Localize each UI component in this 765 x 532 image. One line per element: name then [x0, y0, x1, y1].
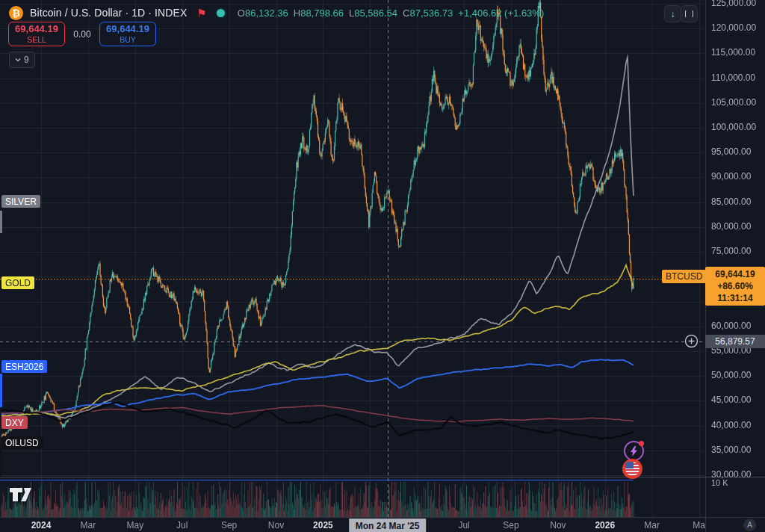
series-tag-btcusd[interactable]: BTCUSD	[662, 270, 706, 283]
sell-label: SELL	[27, 35, 46, 44]
auto-scale-button[interactable]: A	[743, 519, 756, 531]
time-scale-label: May	[126, 520, 143, 531]
us-economic-events-button[interactable]	[622, 459, 642, 479]
time-scale-label: Mar	[644, 520, 660, 531]
price-scale-label: 75,000.00	[711, 246, 751, 256]
time-scale-label: Nov	[550, 520, 566, 531]
us-flag-icon	[625, 462, 639, 476]
series-tag-oilusd[interactable]: OILUSD	[1, 436, 43, 449]
high-value: 88,798.66	[300, 7, 344, 19]
symbol-header: ₿ Bitcoin / U.S. Dollar · 1D · INDEX ⚑ O…	[9, 4, 544, 21]
spark-events-button[interactable]	[624, 441, 644, 461]
tradingview-logo[interactable]	[9, 487, 33, 502]
badge-count: 9	[24, 55, 29, 65]
time-scale-label: Nov	[268, 520, 284, 531]
price-scale-label: 85,000.00	[711, 197, 751, 207]
price-scale-label: 45,000.00	[711, 395, 751, 405]
close-value: 87,536.73	[409, 7, 453, 19]
price-scale-label: 50,000.00	[711, 370, 751, 380]
flag-icon[interactable]: ⚑	[196, 7, 206, 19]
price-scale-label: 35,000.00	[711, 445, 751, 455]
price-scale-label: 90,000.00	[711, 171, 751, 182]
open-value: 86,132.36	[245, 7, 288, 19]
crosshair-plus-icon[interactable]	[684, 334, 699, 348]
scroll-to-latest-button[interactable]: ↓	[664, 5, 681, 22]
price-chart-canvas[interactable]	[0, 0, 765, 532]
status-dot-icon	[215, 7, 226, 19]
sell-price: 69,644.19	[15, 24, 58, 35]
current-price: 69,644.19	[705, 268, 765, 280]
price-scale-label: 40,000.00	[711, 420, 751, 430]
bitcoin-icon: ₿	[9, 6, 23, 20]
price-scale-label: 125,000.00	[711, 0, 756, 8]
crosshair-price-label: 56,879.57	[705, 335, 765, 348]
spread-value: 0.00	[65, 29, 99, 40]
buy-button[interactable]: 69,644.19 BUY	[99, 22, 156, 46]
restore-icon	[685, 10, 693, 18]
series-tag-esh2026[interactable]: ESH2026	[1, 360, 47, 373]
ohlc-values: O86,132.36 H88,798.66 L85,586.54 C87,536…	[238, 7, 544, 19]
volume-scale-label: 10 K	[711, 478, 728, 487]
tradingview-chart-window: { "header": { "title": "Bitcoin / U.S. D…	[0, 0, 765, 532]
chevron-down-icon	[15, 58, 21, 62]
notification-dot	[639, 441, 644, 446]
series-tag-dxy[interactable]: DXY	[1, 416, 28, 429]
price-scale-label: 115,000.00	[711, 47, 755, 58]
series-tag-silver[interactable]: SILVER	[1, 195, 40, 208]
price-scale[interactable]: 125,000.00120,000.00115,000.00110,000.00…	[705, 0, 765, 517]
time-scale-label: 2026	[595, 520, 615, 531]
lightning-icon	[630, 446, 638, 457]
change-value: +1,406.62 (+1.63%)	[458, 7, 544, 19]
buy-label: BUY	[120, 35, 136, 44]
time-scale-label: Jul	[458, 520, 469, 531]
time-scale-label: Jul	[176, 520, 188, 531]
trade-panel: 69,644.19 SELL 0.00 69,644.19 BUY	[8, 22, 156, 46]
high-label: H	[294, 7, 300, 19]
price-scale-label: 105,000.00	[711, 97, 756, 108]
arrow-down-icon: ↓	[671, 9, 675, 19]
crosshair-time-label: Mon 24 Mar '25	[349, 519, 427, 532]
series-tag-gold[interactable]: GOLD	[1, 276, 34, 289]
buy-price: 69,644.19	[106, 24, 149, 35]
time-scale-label: Ma	[693, 520, 705, 531]
symbol-title[interactable]: Bitcoin / U.S. Dollar · 1D · INDEX	[30, 7, 187, 19]
low-value: 85,586.54	[354, 7, 397, 19]
price-scale-label: 80,000.00	[711, 221, 751, 232]
current-price-axis-label: 69,644.19 +86.60% 11:31:14	[705, 267, 765, 306]
sell-button[interactable]: 69,644.19 SELL	[8, 22, 65, 46]
time-scale-label: 2024	[31, 520, 52, 531]
price-scale-label: 60,000.00	[711, 321, 751, 331]
open-label: O	[238, 7, 245, 19]
bar-countdown: 11:31:14	[705, 292, 765, 304]
price-scale-label: 100,000.00	[711, 122, 756, 132]
time-scale-label: Mar	[81, 520, 96, 531]
tree-collapse-badge[interactable]: 9	[9, 52, 35, 68]
price-scale-label: 120,000.00	[711, 22, 756, 33]
restore-chart-button[interactable]	[681, 5, 698, 22]
price-scale-label: 110,000.00	[711, 72, 755, 83]
time-scale-label: Sep	[503, 520, 518, 531]
time-scale-label: 2025	[313, 520, 333, 531]
current-change-pct: +86.60%	[705, 280, 765, 292]
time-scale-label: Sep	[221, 520, 237, 531]
price-scale-label: 95,000.00	[711, 146, 751, 157]
